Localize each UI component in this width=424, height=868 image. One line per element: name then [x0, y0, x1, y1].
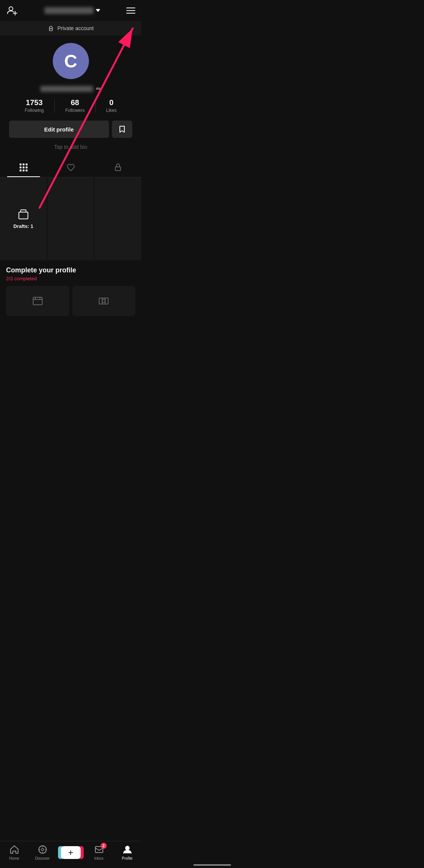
display-username [40, 86, 93, 92]
svg-rect-11 [99, 298, 108, 304]
svg-rect-5 [19, 212, 28, 219]
draft-icon [17, 208, 29, 220]
content-area: Drafts: 1 [0, 177, 141, 260]
draft-label: Drafts: 1 [13, 223, 33, 229]
username-dropdown[interactable] [44, 7, 100, 14]
complete-card-2[interactable] [72, 286, 136, 316]
svg-point-12 [102, 300, 105, 303]
complete-profile-subtitle: 2/3 completed [6, 276, 135, 281]
edit-username-icon[interactable]: ✏ [96, 85, 101, 92]
heart-icon [66, 163, 75, 172]
complete-profile-cards [6, 286, 135, 316]
tab-videos[interactable] [0, 157, 47, 177]
draft-video-thumb[interactable]: Drafts: 1 [0, 177, 47, 260]
svg-rect-7 [33, 297, 42, 305]
lock-icon [113, 163, 122, 172]
private-account-text: Private account [57, 25, 94, 31]
action-buttons: Edit profile [6, 121, 135, 138]
add-user-button[interactable] [6, 5, 18, 17]
tab-private[interactable] [94, 157, 141, 177]
drafts-icon [17, 208, 29, 220]
video-thumb-2[interactable] [47, 177, 94, 260]
bookmark-icon [118, 125, 126, 133]
svg-rect-4 [115, 167, 121, 171]
edit-profile-button[interactable]: Edit profile [9, 121, 109, 138]
complete-card-icon-2 [98, 295, 110, 307]
add-bio-button[interactable]: Tap to add bio [54, 144, 87, 150]
chevron-down-icon [96, 9, 100, 12]
username-row: ✏ [40, 85, 101, 92]
likes-stat[interactable]: 0 Likes [96, 98, 127, 113]
followers-stat[interactable]: 68 Followers [55, 98, 95, 113]
complete-profile-title: Complete your profile [6, 266, 135, 274]
complete-card-icon-1 [32, 295, 44, 307]
content-tabs [0, 157, 141, 177]
private-account-banner: Private account [0, 21, 141, 35]
profile-section: C ✏ 1753 Following 68 Followers 0 Likes … [0, 35, 141, 156]
complete-card-1[interactable] [6, 286, 69, 316]
header [0, 0, 141, 21]
bookmark-button[interactable] [112, 121, 132, 138]
username-text [44, 7, 93, 14]
svg-rect-6 [21, 210, 26, 212]
stats-row: 1753 Following 68 Followers 0 Likes [6, 98, 135, 113]
tab-liked[interactable] [47, 157, 94, 177]
following-stat[interactable]: 1753 Following [14, 98, 54, 113]
video-thumb-3[interactable] [95, 177, 141, 260]
lock-banner-icon [47, 25, 54, 32]
menu-button[interactable] [126, 8, 135, 14]
svg-point-0 [9, 7, 13, 11]
complete-profile-section: Complete your profile 2/3 completed [0, 260, 141, 322]
video-grid: Drafts: 1 [0, 177, 141, 260]
avatar[interactable]: C [53, 43, 89, 79]
svg-point-3 [50, 26, 52, 29]
grid-icon [20, 164, 28, 171]
